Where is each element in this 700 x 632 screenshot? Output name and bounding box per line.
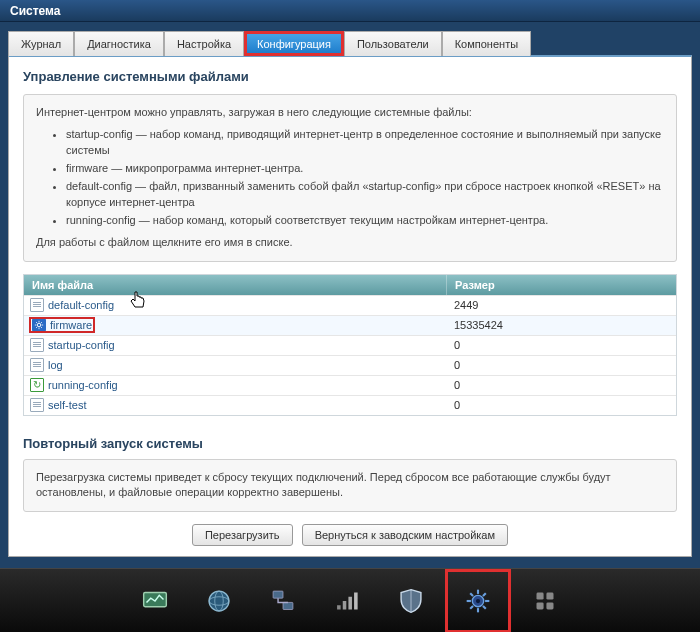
file-icon [30, 298, 44, 312]
svg-line-25 [483, 605, 486, 608]
table-row[interactable]: log 0 [24, 355, 676, 375]
bottom-dock [0, 568, 700, 632]
info-bullet: default-config — файл, призванный замени… [66, 179, 664, 211]
svg-line-8 [41, 322, 42, 323]
info-hint: Для работы с файлом щелкните его имя в с… [36, 235, 664, 251]
file-size: 0 [446, 357, 676, 373]
table-row[interactable]: startup-config 0 [24, 335, 676, 355]
svg-rect-18 [354, 592, 358, 609]
app-title: Система [0, 0, 700, 22]
svg-rect-16 [343, 601, 347, 610]
refresh-icon [30, 378, 44, 392]
svg-point-10 [209, 591, 229, 611]
svg-line-5 [36, 322, 37, 323]
dock-shield[interactable] [386, 577, 436, 625]
dock-network[interactable] [258, 577, 308, 625]
svg-rect-13 [273, 591, 283, 598]
svg-line-26 [470, 605, 473, 608]
svg-rect-32 [546, 602, 553, 609]
tab-components[interactable]: Компоненты [442, 31, 531, 56]
file-name: self-test [48, 399, 87, 411]
section-files-title: Управление системными файлами [23, 69, 677, 84]
file-name: firmware [50, 319, 92, 331]
dock-gear[interactable] [450, 574, 506, 628]
gear-icon [32, 318, 46, 332]
file-icon [30, 398, 44, 412]
info-bullet: startup-config — набор команд, приводящи… [66, 127, 664, 159]
svg-point-28 [476, 598, 480, 602]
svg-point-0 [37, 323, 40, 326]
tab-users[interactable]: Пользователи [344, 31, 442, 56]
file-size: 2449 [446, 297, 676, 313]
svg-rect-17 [348, 596, 352, 609]
table-row[interactable]: default-config 2449 [24, 295, 676, 315]
reboot-info: Перезагрузка системы приведет к сбросу т… [23, 459, 677, 513]
file-icon [30, 338, 44, 352]
tab-diagnostics[interactable]: Диагностика [74, 31, 164, 56]
dock-apps[interactable] [520, 577, 570, 625]
dock-signal[interactable] [322, 577, 372, 625]
file-name: running-config [48, 379, 118, 391]
tabstrip: Журнал Диагностика Настройка Конфигураци… [0, 22, 700, 55]
file-name: log [48, 359, 63, 371]
file-icon [30, 358, 44, 372]
tab-configuration[interactable]: Конфигурация [244, 31, 344, 56]
svg-line-7 [36, 327, 37, 328]
file-name: startup-config [48, 339, 115, 351]
file-size: 0 [446, 397, 676, 413]
col-name: Имя файла [24, 275, 446, 295]
file-size: 0 [446, 337, 676, 353]
svg-rect-31 [537, 602, 544, 609]
svg-rect-30 [546, 592, 553, 599]
table-row[interactable]: firmware 15335424 [24, 315, 676, 335]
info-box: Интернет-центром можно управлять, загруж… [23, 94, 677, 262]
file-name: default-config [48, 299, 114, 311]
info-bullet: firmware — микропрограмма интернет-центр… [66, 161, 664, 177]
dock-monitor[interactable] [130, 577, 180, 625]
file-size: 15335424 [446, 317, 676, 333]
tab-journal[interactable]: Журнал [8, 31, 74, 56]
table-row[interactable]: running-config 0 [24, 375, 676, 395]
svg-line-24 [470, 593, 473, 596]
section-reboot-title: Повторный запуск системы [23, 436, 677, 451]
svg-rect-29 [537, 592, 544, 599]
col-size: Размер [446, 275, 676, 295]
files-table: Имя файла Размер default-config 2449 fir… [23, 274, 677, 416]
factory-reset-button[interactable]: Вернуться к заводским настройкам [302, 524, 508, 546]
svg-rect-14 [283, 602, 293, 609]
reboot-button[interactable]: Перезагрузить [192, 524, 293, 546]
table-row[interactable]: self-test 0 [24, 395, 676, 415]
tab-settings[interactable]: Настройка [164, 31, 244, 56]
file-size: 0 [446, 377, 676, 393]
svg-rect-15 [337, 605, 341, 609]
info-intro: Интернет-центром можно управлять, загруж… [36, 105, 664, 121]
dock-globe[interactable] [194, 577, 244, 625]
svg-line-6 [41, 327, 42, 328]
main-panel: Управление системными файлами Интернет-ц… [8, 55, 692, 557]
svg-line-27 [483, 593, 486, 596]
info-bullet: running-config — набор команд, который с… [66, 213, 664, 229]
